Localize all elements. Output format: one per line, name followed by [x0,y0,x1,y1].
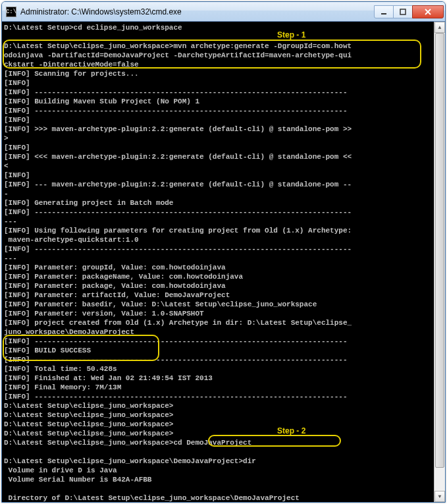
svg-rect-0 [381,13,386,14]
window-controls [375,5,444,18]
window-title: Administrator: C:\Windows\system32\cmd.e… [20,7,375,16]
step2-label: Step - 2 [277,426,305,435]
minimize-button[interactable] [374,5,394,18]
command-prompt-window: C:\ Administrator: C:\Windows\system32\c… [1,1,446,503]
close-button[interactable] [412,5,444,18]
vertical-scrollbar[interactable]: ▲ ▼ [434,22,445,502]
svg-rect-1 [400,9,406,14]
maximize-button[interactable] [393,5,413,18]
console-area: D:\Latest Setup>cd eclipse_juno_workspac… [2,22,445,502]
scroll-up-button[interactable]: ▲ [434,22,445,33]
titlebar[interactable]: C:\ Administrator: C:\Windows\system32\c… [2,2,445,22]
cmd-icon: C:\ [6,7,16,17]
console-output[interactable]: D:\Latest Setup>cd eclipse_juno_workspac… [2,22,434,502]
step1-annotation [3,40,421,69]
step1-label: Step - 1 [277,30,305,40]
build-success-annotation [3,335,159,361]
step2-annotation [208,435,341,447]
scrollbar-track[interactable] [434,33,445,491]
scrollbar-thumb[interactable] [435,33,444,468]
scroll-down-button[interactable]: ▼ [434,491,445,502]
